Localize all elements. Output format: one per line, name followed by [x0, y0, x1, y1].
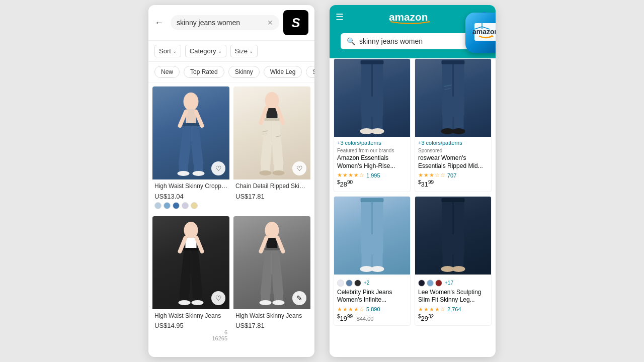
amazon-product-grid-container: +3 colors/patterns Featured from our bra… [330, 58, 496, 357]
product-4-image: ✎ [233, 216, 310, 309]
product-2-image: ♡ [233, 86, 310, 179]
product-3-wishlist-button[interactable]: ♡ [211, 291, 225, 305]
color-dot[interactable] [154, 202, 162, 209]
product-4-swatches: +17 [418, 280, 488, 287]
amazon-product-1-name: Amazon Essentials Women's High-Rise... [337, 154, 407, 170]
svg-rect-59 [362, 252, 372, 268]
amazon-search-text: skinny jeans women [359, 37, 466, 45]
shein-product-3[interactable]: ♡ High Waist Skinny Jeans US$14.95 61626… [152, 216, 229, 345]
svg-point-0 [184, 93, 199, 111]
product-1-price: US$13.04 [154, 193, 227, 200]
amazon-app-panel: amazon ☰ amazon 👤 🔍 skinny jeans women [330, 5, 496, 357]
svg-point-33 [260, 300, 272, 305]
color-dot[interactable] [191, 202, 198, 209]
svg-rect-58 [361, 198, 384, 202]
swatch[interactable] [354, 280, 361, 287]
svg-rect-67 [454, 252, 464, 268]
svg-rect-51 [442, 60, 465, 64]
amazon-product-3-info: +2 Celebrity Pink Jeans Women's Infinite… [334, 275, 410, 326]
product-1-colors-link[interactable]: +3 colors/patterns [337, 140, 407, 146]
product-4-price: US$17.81 [235, 322, 308, 329]
amazon-product-4-name: Lee Women's Sculpting Slim Fit Skinny Le… [418, 289, 488, 304]
sort-button[interactable]: Sort ⌄ [154, 45, 181, 57]
shein-clear-icon[interactable]: ✕ [267, 19, 273, 27]
color-dot[interactable] [173, 202, 180, 209]
amazon-product-3-price: $1999 $44.00 [337, 314, 407, 322]
product-1-rating: ★★★★☆ 1,995 [337, 172, 407, 178]
product-1-colors [154, 202, 227, 209]
amazon-product-grid: +3 colors/patterns Featured from our bra… [334, 58, 492, 326]
svg-rect-3 [183, 123, 199, 126]
product-4-name: High Waist Skinny Jeans [235, 312, 308, 320]
tag-new[interactable]: New [154, 66, 180, 78]
size-chevron-icon: ⌄ [249, 48, 253, 54]
amazon-search-bar[interactable]: 🔍 skinny jeans women 📷 [341, 33, 485, 49]
size-button[interactable]: Size ⌄ [230, 45, 258, 57]
svg-rect-5 [194, 162, 203, 172]
product-2-price: US$17.81 [235, 193, 308, 200]
category-button[interactable]: Category ⌄ [185, 45, 226, 57]
product-1-featured-label: Featured from our brands [337, 148, 407, 153]
svg-point-6 [178, 171, 190, 176]
tag-top-rated[interactable]: Top Rated [184, 66, 224, 78]
product-1-wishlist-button[interactable]: ♡ [211, 161, 225, 175]
amazon-product-3-image [334, 197, 410, 275]
product-3-image: ♡ [152, 216, 229, 309]
shein-product-grid: ♡ High Waist Skinny Cropped J... US$13.0… [152, 86, 310, 344]
product-1-image: ♡ [152, 86, 229, 179]
swatch[interactable] [418, 280, 425, 287]
svg-rect-22 [184, 248, 199, 250]
amazon-product-1-info: +3 colors/patterns Featured from our bra… [334, 137, 410, 192]
product-4-info: High Waist Skinny Jeans US$17.81 [233, 309, 310, 333]
product-1-info: High Waist Skinny Cropped J... US$13.04 [152, 179, 229, 212]
svg-text:amazon: amazon [389, 11, 428, 23]
tag-skinny[interactable]: Skinny [228, 66, 260, 78]
shein-search-bar[interactable]: skinny jeans women ✕ [171, 15, 279, 30]
swatch-more[interactable]: +2 [364, 280, 369, 286]
svg-rect-66 [443, 252, 453, 268]
svg-point-7 [193, 171, 205, 176]
amazon-product-4[interactable]: +17 Lee Women's Sculpting Slim Fit Skinn… [415, 196, 492, 326]
product-2-colors-link[interactable]: +3 colors/patterns [418, 140, 488, 146]
product-2-wishlist-button[interactable]: ♡ [292, 161, 306, 175]
product-3-info: High Waist Skinny Jeans US$14.95 616265 [152, 309, 229, 345]
amazon-product-2-price: $3199 [418, 180, 488, 188]
amazon-app-icon: amazon [465, 13, 496, 53]
svg-rect-65 [442, 198, 465, 202]
amazon-product-3[interactable]: +2 Celebrity Pink Jeans Women's Infinite… [334, 196, 411, 326]
swatch[interactable] [337, 280, 344, 287]
swatch[interactable] [435, 280, 442, 287]
hamburger-menu-icon[interactable]: ☰ [336, 12, 344, 23]
color-dot[interactable] [182, 202, 189, 209]
amazon-product-2[interactable]: +3 colors/patterns Sponsored roswear Wom… [415, 58, 492, 192]
tag-straight[interactable]: Straig... [306, 66, 314, 78]
product-3-reviews: 5,890 [366, 306, 380, 312]
amazon-product-2-image [415, 59, 491, 137]
amazon-product-1-image [334, 59, 410, 137]
shein-product-4[interactable]: ✎ High Waist Skinny Jeans US$17.81 [233, 216, 310, 345]
color-dot[interactable] [164, 202, 171, 209]
amazon-product-4-info: +17 Lee Women's Sculpting Slim Fit Skinn… [415, 275, 491, 326]
svg-rect-52 [443, 114, 453, 130]
product-4-edit-button[interactable]: ✎ [292, 291, 306, 305]
tag-wide-leg[interactable]: Wide Leg [264, 66, 302, 78]
product-1-reviews: 1,995 [366, 172, 380, 178]
product-3-name: High Waist Skinny Jeans [154, 312, 227, 320]
shein-filter-bar: Sort ⌄ Category ⌄ Size ⌄ [148, 41, 314, 62]
swatch-more[interactable]: +17 [445, 280, 453, 286]
shein-product-grid-container: ♡ High Waist Skinny Cropped J... US$13.0… [148, 82, 314, 357]
amazon-product-1[interactable]: +3 colors/patterns Featured from our bra… [334, 58, 411, 192]
svg-point-25 [179, 300, 191, 305]
product-4-rating: ★★★★☆ 2,764 [418, 306, 488, 313]
back-button[interactable]: ← [154, 18, 167, 28]
svg-point-34 [273, 300, 285, 305]
swatch[interactable] [346, 280, 353, 287]
shein-product-1[interactable]: ♡ High Waist Skinny Cropped J... US$13.0… [152, 86, 229, 212]
svg-rect-28 [267, 238, 278, 249]
original-price: $44.00 [357, 316, 374, 322]
product-3-stars: ★★★★☆ [337, 306, 365, 313]
shein-product-2[interactable]: ♡ Chain Detail Ripped Skinny J... US$17.… [233, 86, 310, 212]
amazon-logo: amazon [349, 10, 473, 24]
swatch[interactable] [427, 280, 434, 287]
amazon-product-2-info: +3 colors/patterns Sponsored roswear Wom… [415, 137, 491, 192]
